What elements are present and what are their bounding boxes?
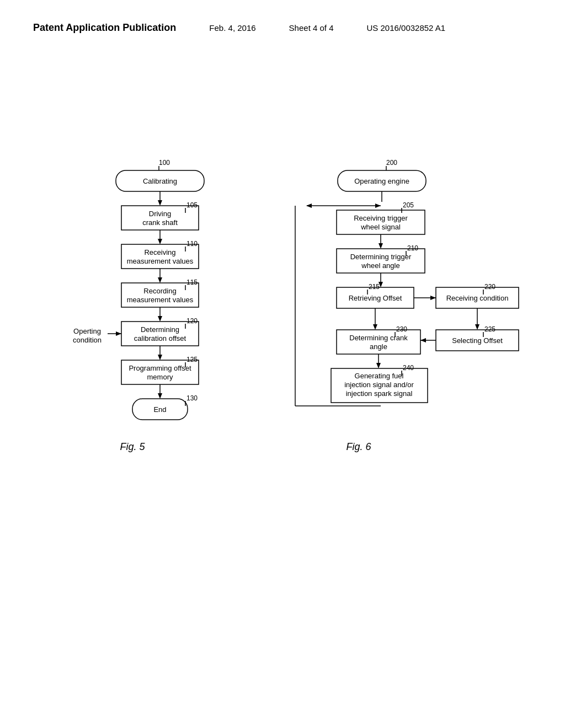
fig5-label: Fig. 5 [120,441,145,452]
text-generating-2: injection signal and/or [344,381,414,389]
text-selecting-offset: Selecting Offset [452,336,503,345]
text-programming-2: memory [147,373,173,381]
text-driving-2: crank shaft [142,218,178,227]
arrowhead-200-205 [375,204,381,208]
page-header: Patent Application Publication Feb. 4, 2… [0,0,565,45]
text-retrieving-offset: Retrieving Offset [349,294,402,302]
arrowhead-105-110 [158,239,162,244]
text-receiving-condition: Receiving condition [446,294,509,302]
text-recording-2: measurement values [127,296,194,304]
text-determining-cal-2: calibration offset [134,334,186,342]
label-225: 225 [484,325,495,333]
label-200: 200 [386,159,397,167]
arrowhead-100-105 [158,200,162,206]
text-end: End [153,405,166,414]
publication-date: Feb. 4, 2016 [209,23,255,33]
flowchart-svg: 100 Calibrating 105 Driving crank shaft … [0,45,565,718]
label-105: 105 [186,201,198,209]
arrowhead-receiv-select [475,324,479,330]
text-recording-1: Recording [143,287,176,295]
text-programming-1: Programming offset [129,364,191,372]
arrowhead-230-240 [376,363,381,368]
label-220: 220 [484,283,495,291]
publication-title: Patent Application Publication [33,22,176,34]
text-receiving-trigger-2: wheel signal [360,223,401,231]
text-determining-trigger-1: Determining trigger [350,253,412,261]
label-100: 100 [159,159,170,167]
label-230: 230 [396,325,407,333]
text-generating-1: Generating fuel [355,372,404,380]
text-operting-2: condition [73,336,102,344]
label-115: 115 [186,279,198,286]
patent-number: US 2016/0032852 A1 [367,23,446,33]
label-110: 110 [186,240,198,248]
label-205: 205 [403,201,414,209]
label-120: 120 [186,317,198,325]
text-calibrating: Calibrating [143,177,177,185]
fig6-label: Fig. 6 [346,441,371,452]
text-operating-engine: Operating engine [354,177,409,185]
text-receiving-meas-1: Receiving [144,248,175,256]
text-generating-3: injection spark signal [346,389,413,398]
diagram-area: 100 Calibrating 105 Driving crank shaft … [0,45,565,718]
arrowhead-205-210 [379,243,383,249]
arrowhead-215-230 [373,324,377,330]
arrowhead-retriev-receiv [430,296,436,300]
arrowhead-operting [116,331,121,336]
label-215: 215 [369,283,380,291]
text-determining-crank-2: angle [370,342,387,351]
arrowhead-115-120 [158,316,162,322]
label-210: 210 [407,244,418,252]
text-operting-1: Operting [73,327,101,335]
text-receiving-meas-2: measurement values [127,257,194,265]
text-driving-1: Driving [149,210,171,218]
text-determining-crank-1: Determining crank [349,334,408,342]
text-determining-trigger-2: wheel angle [361,261,399,270]
arrowhead-110-115 [158,277,162,283]
label-130: 130 [186,394,198,402]
label-240: 240 [403,364,414,372]
sheet-number: Sheet 4 of 4 [289,23,334,33]
arrowhead-select-crank [420,338,426,342]
text-receiving-trigger-1: Receiving trigger [354,214,408,222]
arrowhead-120-125 [158,355,162,360]
arrowhead-125-130 [158,393,162,399]
text-determining-cal-1: Determining [141,325,179,334]
label-125: 125 [186,356,198,363]
